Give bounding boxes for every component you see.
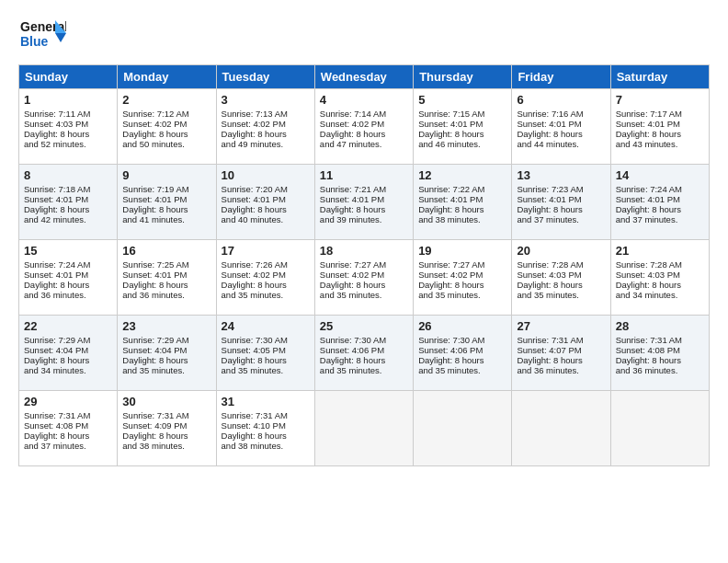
day-info-line: Sunset: 4:04 PM: [122, 345, 210, 355]
calendar-cell: 22Sunrise: 7:29 AMSunset: 4:04 PMDayligh…: [19, 316, 118, 391]
day-number: 10: [222, 168, 310, 182]
svg-text:Blue: Blue: [20, 34, 49, 49]
day-info-line: Daylight: 8 hours: [616, 204, 704, 214]
day-info-line: Sunrise: 7:16 AM: [517, 109, 605, 119]
day-info-line: Sunset: 4:02 PM: [222, 270, 310, 280]
day-number: 30: [122, 395, 210, 408]
day-info-line: Daylight: 8 hours: [122, 129, 210, 139]
day-info-line: Sunset: 4:01 PM: [418, 119, 506, 129]
day-info-line: Sunrise: 7:24 AM: [616, 184, 704, 194]
day-info-line: Sunset: 4:05 PM: [222, 345, 310, 355]
day-info-line: Sunset: 4:03 PM: [517, 270, 605, 280]
day-info-line: and 52 minutes.: [24, 139, 112, 149]
day-info-line: Daylight: 8 hours: [616, 280, 704, 290]
day-number: 15: [24, 244, 112, 258]
calendar-cell: [414, 391, 512, 466]
day-info-line: Sunset: 4:01 PM: [616, 194, 704, 204]
day-number: 5: [418, 93, 506, 107]
day-info-line: Sunrise: 7:29 AM: [122, 335, 210, 345]
day-info-line: Daylight: 8 hours: [222, 204, 310, 214]
calendar-cell: 17Sunrise: 7:26 AMSunset: 4:02 PMDayligh…: [216, 240, 314, 316]
day-info-line: and 34 minutes.: [616, 290, 704, 300]
day-info-line: Sunrise: 7:12 AM: [122, 109, 210, 119]
day-number: 31: [222, 395, 310, 408]
week-row-3: 15Sunrise: 7:24 AMSunset: 4:01 PMDayligh…: [19, 240, 710, 316]
day-number: 19: [418, 244, 506, 258]
day-info-line: Daylight: 8 hours: [24, 204, 112, 214]
day-number: 14: [616, 168, 704, 182]
day-info-line: Sunset: 4:09 PM: [122, 420, 210, 431]
calendar-cell: 5Sunrise: 7:15 AMSunset: 4:01 PMDaylight…: [414, 89, 512, 165]
calendar-cell: 27Sunrise: 7:31 AMSunset: 4:07 PMDayligh…: [512, 316, 610, 391]
day-info-line: Sunrise: 7:11 AM: [24, 109, 112, 119]
day-info-line: and 35 minutes.: [320, 290, 408, 300]
calendar-cell: 1Sunrise: 7:11 AMSunset: 4:03 PMDaylight…: [19, 89, 118, 165]
day-info-line: and 38 minutes.: [222, 441, 310, 451]
col-header-tuesday: Tuesday: [216, 65, 314, 89]
day-info-line: Daylight: 8 hours: [122, 355, 210, 365]
day-info-line: Sunrise: 7:24 AM: [24, 259, 112, 270]
day-info-line: Sunset: 4:01 PM: [24, 270, 112, 280]
day-info-line: and 49 minutes.: [222, 139, 310, 149]
day-number: 7: [616, 93, 704, 107]
header: GeneralBlue: [18, 17, 710, 55]
calendar-cell: 11Sunrise: 7:21 AMSunset: 4:01 PMDayligh…: [314, 165, 413, 240]
day-info-line: Sunset: 4:02 PM: [122, 119, 210, 129]
day-info-line: and 44 minutes.: [517, 139, 605, 149]
calendar-cell: 19Sunrise: 7:27 AMSunset: 4:02 PMDayligh…: [414, 240, 512, 316]
calendar-cell: 20Sunrise: 7:28 AMSunset: 4:03 PMDayligh…: [512, 240, 610, 316]
day-info-line: and 47 minutes.: [320, 139, 408, 149]
day-number: 26: [418, 319, 506, 333]
col-header-sunday: Sunday: [19, 65, 118, 89]
day-info-line: Sunrise: 7:15 AM: [418, 109, 506, 119]
day-info-line: Sunset: 4:02 PM: [320, 270, 408, 280]
day-info-line: and 36 minutes.: [616, 365, 704, 375]
day-info-line: and 35 minutes.: [222, 365, 310, 375]
day-info-line: and 35 minutes.: [122, 365, 210, 375]
day-info-line: Sunset: 4:01 PM: [517, 119, 605, 129]
calendar-cell: 6Sunrise: 7:16 AMSunset: 4:01 PMDaylight…: [512, 89, 610, 165]
day-info-line: and 42 minutes.: [24, 214, 112, 224]
day-info-line: Sunset: 4:01 PM: [418, 194, 506, 204]
day-number: 3: [222, 93, 310, 107]
page: GeneralBlue SundayMondayTuesdayWednesday…: [0, 0, 728, 563]
calendar-cell: 2Sunrise: 7:12 AMSunset: 4:02 PMDaylight…: [118, 89, 216, 165]
logo-svg: GeneralBlue: [18, 17, 66, 55]
calendar-cell: 14Sunrise: 7:24 AMSunset: 4:01 PMDayligh…: [610, 165, 709, 240]
day-info-line: Daylight: 8 hours: [418, 129, 506, 139]
day-info-line: Daylight: 8 hours: [122, 431, 210, 441]
week-row-1: 1Sunrise: 7:11 AMSunset: 4:03 PMDaylight…: [19, 89, 710, 165]
calendar-cell: 15Sunrise: 7:24 AMSunset: 4:01 PMDayligh…: [19, 240, 118, 316]
day-info-line: Sunrise: 7:26 AM: [222, 259, 310, 270]
day-info-line: and 35 minutes.: [418, 365, 506, 375]
day-info-line: Sunrise: 7:29 AM: [24, 335, 112, 345]
day-info-line: Daylight: 8 hours: [222, 280, 310, 290]
day-info-line: Daylight: 8 hours: [222, 431, 310, 441]
day-number: 17: [222, 244, 310, 258]
day-info-line: and 46 minutes.: [418, 139, 506, 149]
day-info-line: Daylight: 8 hours: [320, 204, 408, 214]
day-info-line: Sunset: 4:06 PM: [320, 345, 408, 355]
day-info-line: Daylight: 8 hours: [24, 355, 112, 365]
logo: GeneralBlue: [18, 17, 66, 55]
calendar-cell: 8Sunrise: 7:18 AMSunset: 4:01 PMDaylight…: [19, 165, 118, 240]
calendar-cell: 26Sunrise: 7:30 AMSunset: 4:06 PMDayligh…: [414, 316, 512, 391]
calendar-cell: 28Sunrise: 7:31 AMSunset: 4:08 PMDayligh…: [610, 316, 709, 391]
day-info-line: Daylight: 8 hours: [24, 431, 112, 441]
day-info-line: Daylight: 8 hours: [418, 280, 506, 290]
day-info-line: Sunrise: 7:31 AM: [24, 410, 112, 420]
calendar-cell: 7Sunrise: 7:17 AMSunset: 4:01 PMDaylight…: [610, 89, 709, 165]
day-info-line: Sunset: 4:01 PM: [222, 194, 310, 204]
day-info-line: Sunset: 4:02 PM: [418, 270, 506, 280]
col-header-thursday: Thursday: [414, 65, 512, 89]
day-info-line: Sunset: 4:01 PM: [517, 194, 605, 204]
day-info-line: Sunset: 4:01 PM: [616, 119, 704, 129]
calendar-cell: 23Sunrise: 7:29 AMSunset: 4:04 PMDayligh…: [118, 316, 216, 391]
day-number: 28: [616, 319, 704, 333]
day-info-line: Sunset: 4:04 PM: [24, 345, 112, 355]
day-number: 24: [222, 319, 310, 333]
day-info-line: Daylight: 8 hours: [24, 129, 112, 139]
day-number: 18: [320, 244, 408, 258]
day-info-line: Sunset: 4:10 PM: [222, 420, 310, 431]
day-number: 21: [616, 244, 704, 258]
